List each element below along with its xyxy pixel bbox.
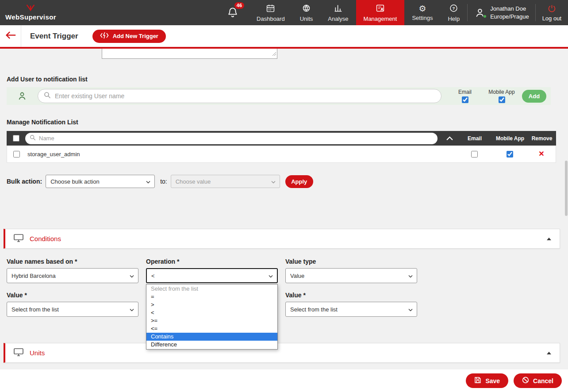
nav-dashboard[interactable]: Dashboard xyxy=(249,0,292,25)
top-bar: WebSupervisor 46 Dashboard Units xyxy=(0,0,568,25)
nav-label: Settings xyxy=(412,15,433,21)
conditions-title: Conditions xyxy=(30,235,61,242)
person-icon xyxy=(7,91,38,101)
page-title: Event Trigger xyxy=(30,32,78,41)
chevron-down-icon xyxy=(271,178,276,185)
brand-bird-icon xyxy=(26,4,35,13)
brand-name: WebSupervisor xyxy=(5,13,56,21)
operation-dropdown-list: Select from the list = > < >= <= Contain… xyxy=(146,284,278,350)
user-region: Europe/Prague xyxy=(490,13,529,21)
value-names-label: Value names based on * xyxy=(7,258,77,265)
top-nav: 46 Dashboard Units Analyse xyxy=(216,0,568,25)
logout-label: Log out xyxy=(542,15,561,22)
nav-units[interactable]: Units xyxy=(292,0,321,25)
sort-toggle[interactable] xyxy=(442,135,457,142)
collapse-chevron-icon[interactable] xyxy=(546,351,552,355)
value-left-select[interactable]: Select from the list xyxy=(7,302,138,317)
add-new-trigger-button[interactable]: Add New Trigger xyxy=(92,30,166,43)
row-mobile-app-checkbox[interactable] xyxy=(507,151,513,158)
search-icon xyxy=(44,92,51,100)
remove-icon[interactable]: ✕ xyxy=(538,150,544,158)
operation-option[interactable]: <= xyxy=(146,325,277,333)
nav-label: Management xyxy=(364,15,397,22)
chevron-down-icon xyxy=(130,306,134,313)
add-user-button[interactable]: Add xyxy=(522,90,546,103)
monitor-icon xyxy=(13,234,24,244)
nav-help[interactable]: ? Help xyxy=(440,0,467,25)
nav-management[interactable]: Management xyxy=(356,0,405,25)
chevron-down-icon xyxy=(408,306,413,313)
operation-option[interactable]: Select from the list xyxy=(146,285,277,293)
row-email-checkbox[interactable] xyxy=(471,151,478,158)
chevron-down-icon xyxy=(408,273,413,279)
value-right-label: Value * xyxy=(285,292,306,299)
table-header: Email Mobile App Remove xyxy=(7,131,556,146)
collapse-chevron-icon[interactable] xyxy=(546,237,552,241)
notification-list-table: Email Mobile App Remove storage_user_adm… xyxy=(7,131,556,163)
mobile-app-label: Mobile App xyxy=(488,89,514,95)
operation-option[interactable]: = xyxy=(146,293,277,301)
resize-grip-icon[interactable] xyxy=(272,50,276,58)
name-filter-box xyxy=(25,133,438,144)
brand-logo[interactable]: WebSupervisor xyxy=(0,0,62,25)
operation-option[interactable]: < xyxy=(146,309,277,317)
manage-list-heading: Manage Notification List xyxy=(7,119,78,126)
operation-option-contains[interactable]: Contains xyxy=(146,333,277,341)
operation-select[interactable]: < xyxy=(146,268,278,283)
chart-icon xyxy=(334,4,343,14)
description-textarea[interactable] xyxy=(102,49,277,59)
help-icon: ? xyxy=(449,4,458,14)
vertical-scrollbar-thumb[interactable] xyxy=(565,161,568,216)
units-panel-header[interactable]: Units xyxy=(4,343,560,363)
nav-label: Help xyxy=(448,15,460,22)
select-all-checkbox[interactable] xyxy=(13,135,19,142)
nav-label: Units xyxy=(300,15,313,22)
svg-text:?: ? xyxy=(453,6,455,11)
email-checkbox[interactable] xyxy=(462,96,468,103)
name-filter-input[interactable] xyxy=(39,135,433,142)
bulk-action-label: Bulk action: xyxy=(7,178,42,185)
value-right-select[interactable]: Select from the list xyxy=(285,302,417,317)
column-mobile-app: Mobile App xyxy=(492,135,528,142)
logout-button[interactable]: Log out xyxy=(536,0,568,25)
chevron-up-icon xyxy=(445,135,454,142)
management-icon xyxy=(376,4,385,14)
column-email: Email xyxy=(457,135,492,142)
value-names-select[interactable]: Hybrid Barcelona xyxy=(7,268,138,283)
operation-option[interactable]: > xyxy=(146,301,277,309)
globe-icon xyxy=(302,4,311,14)
row-select-checkbox[interactable] xyxy=(13,151,20,158)
bulk-action-row: Bulk action: Choose bulk action to: Choo… xyxy=(7,175,313,188)
nav-label: Analyse xyxy=(328,15,348,22)
notifications-bell[interactable]: 46 xyxy=(216,0,249,25)
save-disk-icon xyxy=(474,377,481,385)
cancel-button[interactable]: Cancel xyxy=(514,373,562,388)
table-row: storage_user_admin ✕ xyxy=(7,146,556,163)
save-button[interactable]: Save xyxy=(466,373,508,388)
bulk-value-select[interactable]: Choose value xyxy=(171,175,280,188)
gear-icon: ⚙ xyxy=(418,4,426,13)
value-type-select[interactable]: Value xyxy=(285,268,417,283)
add-user-row: Email Mobile App Add xyxy=(7,87,551,105)
operation-option[interactable]: Difference xyxy=(146,341,277,349)
notification-count-badge: 46 xyxy=(234,2,244,9)
websupervisor-app: WebSupervisor 46 Dashboard Units xyxy=(0,0,568,392)
to-label: to: xyxy=(160,178,167,185)
add-user-heading: Add User to notification list xyxy=(7,76,88,83)
monitor-icon xyxy=(13,348,24,358)
conditions-panel-header[interactable]: Conditions xyxy=(4,229,560,249)
user-menu[interactable]: Jonathan Doe Europe/Prague xyxy=(468,0,535,25)
bulk-action-select[interactable]: Choose bulk action xyxy=(46,175,155,188)
mobile-app-checkbox[interactable] xyxy=(499,96,505,103)
nav-analyse[interactable]: Analyse xyxy=(320,0,356,25)
nav-settings[interactable]: ⚙ Settings xyxy=(404,0,440,25)
page-header: Event Trigger Add New Trigger xyxy=(0,25,568,49)
operation-label: Operation * xyxy=(146,258,179,265)
cancel-icon xyxy=(522,377,529,385)
back-button[interactable] xyxy=(0,25,21,47)
operation-option[interactable]: >= xyxy=(146,317,277,325)
apply-button[interactable]: Apply xyxy=(285,175,313,188)
search-icon xyxy=(30,135,36,142)
user-search-input[interactable] xyxy=(55,92,435,100)
avatar-icon xyxy=(474,7,486,19)
